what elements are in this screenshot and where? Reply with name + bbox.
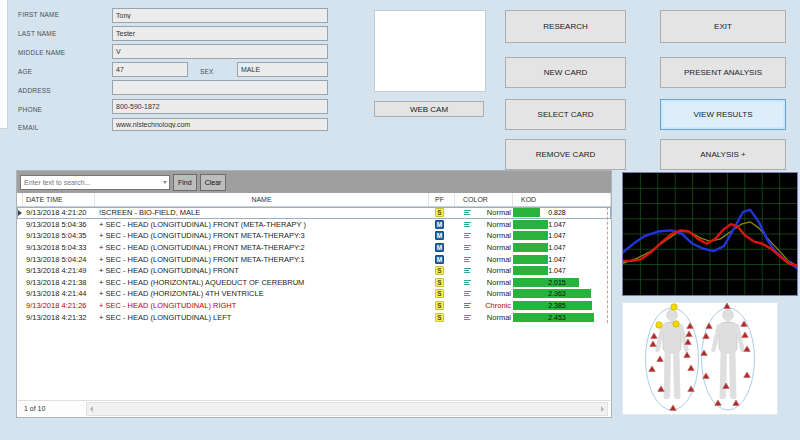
table-row[interactable]: 9/13/2018 4:21:49+ SEC - HEAD (LONGITUDI… (17, 265, 611, 277)
new-card-button[interactable]: NEW CARD (505, 57, 626, 88)
email-field[interactable] (112, 118, 328, 131)
table-row[interactable]: 9/13/2018 5:04:24+ SEC - HEAD (LONGITUDI… (17, 253, 611, 265)
cell-pf: S (429, 207, 455, 219)
address-field[interactable] (112, 80, 328, 95)
column-header-datetime[interactable]: DATE TIME (23, 193, 95, 206)
view-results-button[interactable]: VIEW RESULTS (660, 99, 786, 130)
color-scale-icon (464, 208, 471, 217)
marker-triangle-icon[interactable] (670, 405, 676, 410)
horizontal-scrollbar[interactable] (86, 402, 608, 416)
pf-m-badge-icon: M (435, 255, 444, 264)
table-row[interactable]: 9/13/2018 5:04:35+ SEC - HEAD (LONGITUDI… (17, 230, 611, 242)
cell-datetime: 9/13/2018 4:21:26 (23, 300, 95, 312)
sex-field[interactable] (237, 62, 328, 77)
kod-value: 2.385 (513, 302, 601, 309)
clear-button[interactable]: Clear (200, 174, 227, 191)
marker-triangle-icon[interactable] (649, 366, 655, 371)
find-button[interactable]: Find (173, 174, 197, 191)
exit-button[interactable]: EXIT (660, 10, 786, 43)
marker-triangle-icon[interactable] (744, 372, 750, 377)
cell-datetime: 9/13/2018 5:04:36 (23, 219, 95, 231)
marker-triangle-icon[interactable] (684, 352, 690, 357)
pf-m-badge-icon: M (435, 231, 444, 240)
column-header-color[interactable]: COLOR (455, 193, 513, 206)
cell-name: + SEC - HEAD (LONGITUDINAL) FRONT META-T… (95, 253, 429, 265)
marker-triangle-icon[interactable] (651, 333, 657, 338)
pf-s-badge-icon: S (435, 208, 444, 217)
first-name-label: FIRST NAME (18, 11, 59, 18)
column-header-kod[interactable]: KOD (513, 193, 611, 206)
marker-triangle-icon[interactable] (724, 303, 730, 308)
color-scale-icon (464, 231, 471, 240)
left-edge-strip (0, 0, 8, 129)
age-field[interactable] (112, 62, 188, 77)
webcam-button[interactable]: WEB CAM (374, 101, 484, 117)
body-figure-front-part (681, 326, 687, 350)
cell-color: Normal (455, 288, 513, 300)
marker-triangle-icon[interactable] (744, 346, 750, 351)
body-figure-back-part (732, 351, 733, 396)
cell-pf: S (429, 288, 455, 300)
marker-triangle-icon[interactable] (742, 332, 748, 337)
middle-name-label: MIDDLE NAME (18, 49, 65, 56)
body-figure-back-part (723, 310, 734, 321)
marker-triangle-icon[interactable] (658, 386, 664, 391)
sex-label: SEX (200, 68, 214, 75)
body-figure-front-part (667, 351, 668, 396)
highlight-point-icon[interactable] (656, 322, 662, 328)
cell-kod: 2.453 (513, 311, 611, 323)
marker-triangle-icon[interactable] (733, 400, 739, 405)
cell-pf: S (429, 311, 455, 323)
email-label: EMAIL (18, 124, 39, 131)
cell-color: Normal (455, 277, 513, 289)
marker-triangle-icon[interactable] (657, 356, 663, 361)
last-name-label: LAST NAME (18, 30, 57, 37)
search-dropdown-icon[interactable] (163, 181, 167, 184)
present-analysis-button[interactable]: PRESENT ANALYSIS (660, 57, 786, 88)
grid-rows: 9/13/2018 4:21:20!SCREEN - BIO-FIELD, MA… (17, 207, 611, 323)
age-label: AGE (18, 68, 32, 75)
results-grid-panel: Find Clear DATE TIME NAME PF COLOR KOD 9… (16, 170, 612, 418)
cell-kod: 0.828 (513, 207, 611, 219)
scroll-right-icon[interactable] (601, 406, 604, 412)
table-row[interactable]: 9/13/2018 5:04:36+ SEC - HEAD (LONGITUDI… (17, 219, 611, 231)
body-figure-back-part (737, 326, 743, 350)
analysis-plus-button[interactable]: ANALYSIS + (660, 139, 786, 170)
scroll-left-icon[interactable] (90, 406, 93, 412)
status-text: Normal (471, 231, 513, 240)
color-scale-icon (464, 313, 471, 322)
marker-triangle-icon[interactable] (686, 331, 692, 336)
research-button[interactable]: RESEARCH (505, 10, 626, 43)
cell-datetime: 9/13/2018 5:04:24 (23, 253, 95, 265)
marker-triangle-icon[interactable] (706, 323, 712, 328)
marker-triangle-icon[interactable] (703, 373, 709, 378)
table-row[interactable]: 9/13/2018 4:21:38+ SEC - HEAD (HORIZONTA… (17, 277, 611, 289)
table-row[interactable]: 9/13/2018 4:21:44+ SEC - HEAD (HORIZONTA… (17, 288, 611, 300)
phone-field[interactable] (112, 99, 328, 114)
highlight-point-icon[interactable] (671, 304, 677, 310)
search-input[interactable] (20, 175, 170, 190)
cell-name: + SEC - HEAD (HORIZONTAL) 4TH VENTRICLE (95, 288, 429, 300)
marker-triangle-icon[interactable] (688, 365, 694, 370)
table-row[interactable]: 9/13/2018 5:04:33+ SEC - HEAD (LONGITUDI… (17, 242, 611, 254)
marker-triangle-icon[interactable] (715, 400, 721, 405)
pf-s-badge-icon: S (435, 266, 444, 275)
table-row[interactable]: 9/13/2018 4:21:20!SCREEN - BIO-FIELD, MA… (17, 207, 611, 219)
last-name-field[interactable] (112, 26, 328, 41)
status-text: Normal (471, 313, 513, 322)
marker-triangle-icon[interactable] (703, 333, 709, 338)
middle-name-field[interactable] (112, 44, 328, 59)
remove-card-button[interactable]: REMOVE CARD (505, 139, 626, 170)
nls-analysis-window: FIRST NAME LAST NAME MIDDLE NAME AGE SEX… (0, 0, 800, 440)
first-name-field[interactable] (112, 8, 328, 23)
marker-triangle-icon[interactable] (650, 341, 656, 346)
cell-kod: 1.047 (513, 219, 611, 231)
cell-color: Normal (455, 265, 513, 277)
table-row[interactable]: 9/13/2018 4:21:26+ SEC - HEAD (LONGITUDI… (17, 300, 611, 312)
highlight-point-icon[interactable] (673, 321, 679, 327)
kod-value: 1.047 (513, 232, 601, 239)
select-card-button[interactable]: SELECT CARD (505, 99, 626, 130)
column-header-pf[interactable]: PF (429, 193, 455, 206)
column-header-name[interactable]: NAME (95, 193, 429, 206)
table-row[interactable]: 9/13/2018 4:21:32+ SEC - HEAD (LONGITUDI… (17, 311, 611, 323)
